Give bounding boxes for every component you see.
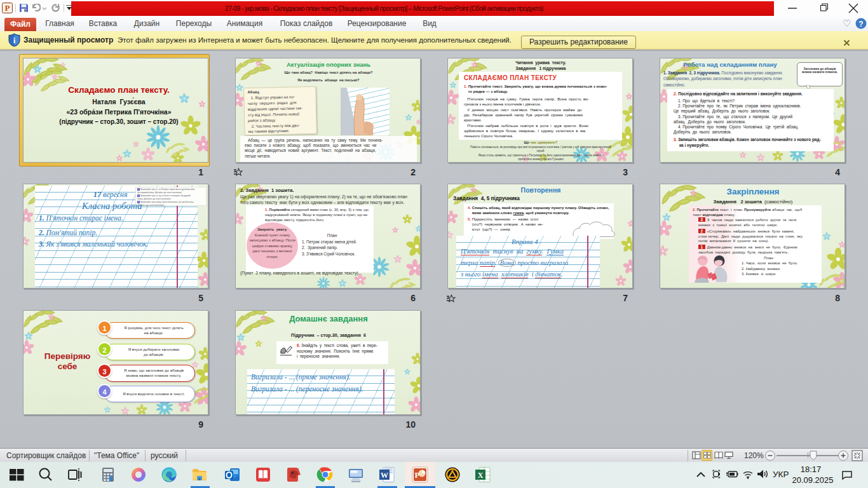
svg-text:X: X — [478, 471, 484, 480]
svg-text:?: ? — [858, 20, 863, 29]
svg-text:W: W — [381, 471, 388, 480]
svg-text:P: P — [5, 3, 10, 13]
svg-text:i: i — [13, 36, 16, 45]
svg-text:P: P — [415, 470, 420, 480]
